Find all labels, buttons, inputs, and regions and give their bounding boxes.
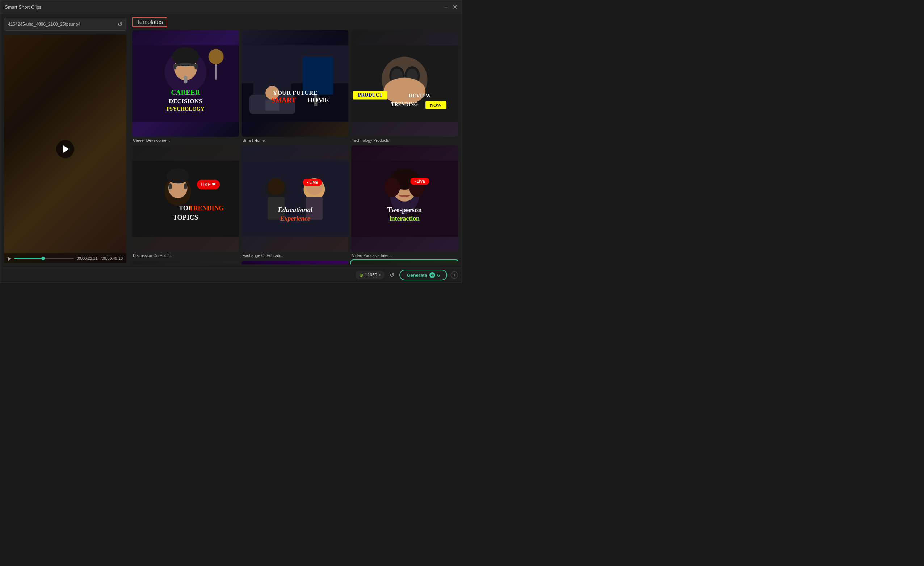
footer-bar: ⊕ 11650 + ↺ Generate ⊙ 6 i — [0, 267, 462, 283]
video-play-button[interactable]: ▶ — [8, 256, 12, 261]
svg-point-83 — [268, 178, 284, 195]
svg-text:TRENDING: TRENDING — [392, 102, 418, 107]
refresh-button[interactable]: ↺ — [388, 270, 396, 280]
template-item-podcast[interactable]: • LIVE Two-person interaction Video Podc… — [351, 145, 458, 258]
vintage-thumbnail: Vintage Denim Series — [132, 261, 239, 264]
educational2-thumbnail: EDUCATIONAL — [351, 261, 458, 264]
svg-text:PRODUCT: PRODUCT — [358, 92, 383, 98]
generate-label: Generate — [406, 273, 427, 278]
svg-rect-36 — [184, 76, 188, 83]
educational-thumbnail: • LIVE Educational Experience — [242, 145, 349, 252]
templates-header: Templates — [132, 17, 458, 27]
podcast-label: Video Podcasts Inter... — [351, 253, 458, 258]
svg-text:Experience: Experience — [279, 215, 310, 222]
svg-text:NOW: NOW — [430, 103, 442, 108]
template-item-educational2[interactable]: EDUCATIONAL Educational — [351, 261, 458, 264]
generate-icon: ⊙ — [429, 272, 435, 278]
templates-label[interactable]: Templates — [132, 17, 167, 27]
file-refresh-icon[interactable]: ↺ — [118, 21, 122, 28]
window-title: Smart Short Clips — [5, 4, 42, 10]
window-controls: − ✕ — [444, 4, 457, 10]
template-item-career[interactable]: CAREER DECISIONS PSYCHOLOGY Career Devel… — [132, 30, 239, 142]
discussion-label: Discussion On Hot T... — [132, 253, 239, 258]
file-input-bar: 4154245-uhd_4096_2160_25fps.mp4 ↺ — [4, 18, 126, 31]
credit-display: ⊕ 11650 + — [356, 271, 384, 279]
svg-text:TOPICS: TOPICS — [173, 214, 198, 221]
play-button[interactable] — [56, 140, 74, 158]
template-thumb-educational: • LIVE Educational Experience — [242, 145, 349, 252]
credit-value: 11650 — [365, 273, 377, 278]
template-item-vintage[interactable]: Vintage Denim Series Vintage Denim Serie… — [132, 261, 239, 264]
main-window: Smart Short Clips − ✕ 4154245-uhd_4096_2… — [0, 0, 462, 283]
template-thumb-vintage: Vintage Denim Series — [132, 261, 239, 264]
template-thumb-educational2: EDUCATIONAL — [351, 261, 458, 264]
smarthome-thumbnail: YOUR FUTURE SMART HOME — [242, 30, 349, 137]
info-button[interactable]: i — [451, 271, 458, 279]
commentary-thumbnail: COMMENTARY — [242, 261, 349, 264]
video-preview: ▶ 00:00:22:11 /00:00:46:10 — [4, 34, 126, 264]
svg-rect-74 — [169, 183, 172, 189]
career-label: Career Development — [132, 138, 239, 142]
svg-text:• LIVE: • LIVE — [307, 180, 318, 184]
career-thumbnail: CAREER DECISIONS PSYCHOLOGY — [132, 30, 239, 137]
template-thumb-commentary: COMMENTARY — [242, 261, 349, 264]
play-icon — [63, 145, 69, 153]
template-item-smarthome[interactable]: YOUR FUTURE SMART HOME Smart Home — [242, 30, 349, 142]
svg-text:REVIEW: REVIEW — [409, 93, 431, 99]
right-panel: Templates — [130, 14, 462, 267]
minimize-button[interactable]: − — [444, 4, 447, 10]
podcast-thumbnail: • LIVE Two-person interaction — [351, 145, 458, 252]
svg-rect-81 — [242, 161, 349, 237]
template-item-discussion[interactable]: LIKE ❤ TOP TRENDING TOPICS Discussion On… — [132, 145, 239, 258]
template-thumb-discussion: LIKE ❤ TOP TRENDING TOPICS — [132, 145, 239, 252]
svg-text:HOME: HOME — [307, 96, 329, 104]
title-bar: Smart Short Clips − ✕ — [0, 0, 462, 14]
progress-fill — [15, 258, 43, 259]
time-current: 00:00:22:11 — [77, 256, 98, 261]
svg-point-73 — [166, 168, 189, 183]
svg-rect-75 — [184, 183, 187, 189]
template-thumb-podcast: • LIVE Two-person interaction — [351, 145, 458, 252]
svg-text:YOUR FUTURE: YOUR FUTURE — [273, 89, 318, 96]
techproduct-thumbnail: PRODUCT REVIEW TRENDING NOW — [351, 30, 458, 137]
credit-icon: ⊕ — [359, 272, 363, 278]
svg-text:Educational: Educational — [278, 206, 312, 214]
svg-text:SMART: SMART — [272, 96, 296, 104]
svg-point-37 — [208, 49, 224, 64]
template-item-techproduct[interactable]: PRODUCT REVIEW TRENDING NOW Technology P… — [351, 30, 458, 142]
left-panel: 4154245-uhd_4096_2160_25fps.mp4 ↺ — [0, 14, 130, 267]
template-thumb-career: CAREER DECISIONS PSYCHOLOGY — [132, 30, 239, 137]
svg-text:LIKE ❤: LIKE ❤ — [201, 182, 216, 187]
svg-point-96 — [385, 178, 400, 197]
svg-text:CAREER: CAREER — [171, 89, 200, 96]
template-item-educational[interactable]: • LIVE Educational Experience Exchange O… — [242, 145, 349, 258]
svg-text:TRENDING: TRENDING — [189, 204, 224, 212]
progress-bar[interactable] — [15, 258, 74, 259]
smarthome-label: Smart Home — [242, 138, 349, 142]
svg-text:PSYCHOLOGY: PSYCHOLOGY — [166, 106, 205, 112]
discussion-thumbnail: LIKE ❤ TOP TRENDING TOPICS — [132, 145, 239, 252]
time-total: /00:00:46:10 — [100, 256, 123, 261]
generate-count: 6 — [437, 273, 440, 278]
template-item-commentary[interactable]: COMMENTARY Commentary — [242, 261, 349, 264]
video-controls: ▶ 00:00:22:11 /00:00:46:10 — [4, 253, 126, 264]
main-content: 4154245-uhd_4096_2160_25fps.mp4 ↺ — [0, 14, 462, 267]
svg-text:Two-person: Two-person — [387, 206, 422, 214]
techproduct-label: Technology Products — [351, 138, 458, 142]
credit-plus[interactable]: + — [378, 273, 381, 278]
progress-handle[interactable] — [41, 257, 45, 260]
generate-button[interactable]: Generate ⊙ 6 — [399, 270, 447, 280]
educational-label: Exchange Of Educati... — [242, 253, 349, 258]
file-name: 4154245-uhd_4096_2160_25fps.mp4 — [8, 22, 80, 27]
svg-text:interaction: interaction — [390, 215, 420, 222]
templates-grid: CAREER DECISIONS PSYCHOLOGY Career Devel… — [132, 30, 458, 264]
svg-text:DECISIONS: DECISIONS — [169, 98, 202, 105]
template-thumb-techproduct: PRODUCT REVIEW TRENDING NOW — [351, 30, 458, 137]
template-thumb-smarthome: YOUR FUTURE SMART HOME — [242, 30, 349, 137]
svg-text:• LIVE: • LIVE — [415, 179, 425, 183]
svg-point-62 — [384, 78, 426, 105]
close-button[interactable]: ✕ — [453, 4, 457, 10]
